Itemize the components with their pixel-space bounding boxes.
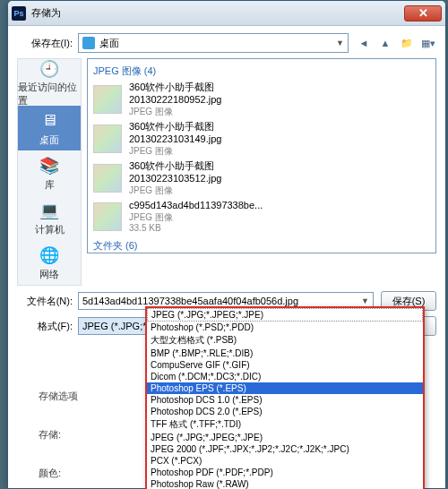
format-option[interactable]: Photoshop Raw (*.RAW) (147, 478, 423, 489)
format-option[interactable]: JPEG (*.JPG;*.JPEG;*.JPE) (147, 308, 423, 322)
place-recent[interactable]: 🕘最近访问的位置 (18, 61, 81, 106)
new-folder-icon[interactable]: 📁 (399, 35, 415, 51)
savein-value: 桌面 (99, 37, 119, 50)
up-icon[interactable]: ▲ (377, 35, 393, 51)
place-network[interactable]: 🌐网络 (18, 240, 81, 285)
toolbar-icons: ◄ ▲ 📁 ▦▾ (356, 35, 436, 51)
place-desktop[interactable]: 🖥桌面 (18, 106, 81, 150)
thumbnail-icon (93, 85, 122, 114)
window-title: 存储为 (31, 6, 404, 20)
file-item[interactable]: 360软件小助手截图20130223103512.jpgJPEG 图像 (93, 159, 430, 198)
file-item[interactable]: 360软件小助手截图20130223103149.jpgJPEG 图像 (93, 119, 430, 159)
views-icon[interactable]: ▦▾ (420, 35, 436, 51)
format-option[interactable]: Photoshop EPS (*.EPS) (147, 382, 423, 394)
desktop-icon (82, 37, 95, 49)
group-header-jpeg: JPEG 图像 (4) (93, 63, 430, 80)
savein-combo[interactable]: 桌面 ▼ (78, 33, 349, 53)
format-option[interactable]: Dicom (*.DCM;*.DC3;*.DIC) (147, 371, 423, 382)
filename-value: 5d143ad4bd11397338be45aafa40f04afb056d.j… (82, 296, 298, 306)
places-sidebar: 🕘最近访问的位置 🖥桌面 📚库 💻计算机 🌐网络 (17, 58, 82, 286)
titlebar[interactable]: Ps 存储为 ✕ (8, 1, 445, 26)
format-option[interactable]: TFF 格式 (*.TFF;*.TDI) (147, 417, 423, 432)
chevron-down-icon: ▼ (336, 39, 344, 47)
chevron-down-icon: ▼ (361, 296, 369, 305)
close-button[interactable]: ✕ (404, 5, 442, 21)
thumbnail-icon (93, 164, 122, 193)
format-option[interactable]: Photoshop DCS 1.0 (*.EPS) (147, 394, 423, 406)
thumbnail-icon (93, 124, 122, 153)
file-item[interactable]: 360软件小助手截图20130222180952.jpgJPEG 图像 (93, 80, 430, 119)
format-option[interactable]: PCX (*.PCX) (147, 455, 423, 467)
format-dropdown[interactable]: JPEG (*.JPG;*.JPEG;*.JPE)Photoshop (*.PS… (145, 306, 425, 489)
format-label: 格式(F): (17, 320, 78, 333)
format-option[interactable]: BMP (*.BMP;*.RLE;*.DIB) (147, 347, 423, 359)
format-option[interactable]: JPEG (*.JPG;*.JPEG;*.JPE) (147, 432, 423, 443)
format-option[interactable]: CompuServe GIF (*.GIF) (147, 359, 423, 371)
file-list[interactable]: JPEG 图像 (4) 360软件小助手截图20130222180952.jpg… (87, 58, 436, 253)
group-header-folders: 文件夹 (6) (93, 237, 430, 253)
savein-label: 保存在(I): (17, 37, 78, 50)
thumbnail-icon (93, 202, 122, 231)
format-option[interactable]: Photoshop DCS 2.0 (*.EPS) (147, 406, 423, 417)
photoshop-icon: Ps (12, 6, 26, 21)
format-option[interactable]: Photoshop PDF (*.PDF;*.PDP) (147, 467, 423, 478)
format-option[interactable]: Photoshop (*.PSD;*.PDD) (147, 322, 423, 333)
file-item[interactable]: c995d143ad4bd11397338be...JPEG 图像33.5 KB (93, 198, 430, 236)
format-option[interactable]: JPEG 2000 (*.JPF;*.JPX;*.JP2;*.J2C;*.J2K… (147, 443, 423, 455)
place-computer[interactable]: 💻计算机 (18, 195, 81, 240)
back-icon[interactable]: ◄ (356, 35, 372, 51)
filename-label: 文件名(N): (17, 295, 78, 308)
place-libraries[interactable]: 📚库 (18, 150, 81, 195)
format-option[interactable]: 大型文档格式 (*.PSB) (147, 333, 423, 347)
